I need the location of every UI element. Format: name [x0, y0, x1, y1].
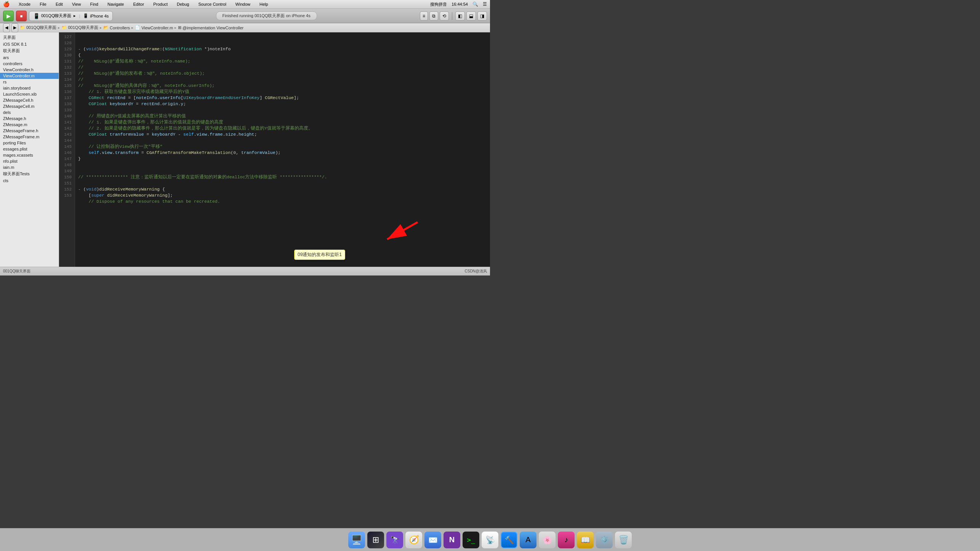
status-center: Finished running 001QQ联天界面 on iPhone 4s	[115, 11, 418, 20]
sidebar: 天界面 iOS SDK 8.1 联天界面 ars controllers Vie…	[0, 32, 59, 267]
code-content: 127 128 129 130 131 132 133 134 135 136 …	[59, 32, 490, 267]
utilities-button[interactable]: ◨	[477, 11, 487, 21]
menu-view[interactable]: View	[70, 1, 83, 7]
editor-version-button[interactable]: ⟲	[440, 11, 449, 21]
sidebar-item-zmessage-m[interactable]: ZMessage.m	[0, 122, 59, 128]
file-icon: 📄	[135, 25, 140, 30]
menu-xcode[interactable]: Xcode	[17, 1, 32, 7]
status-message: Finished running 001QQ联天界面 on iPhone 4s	[216, 11, 317, 20]
breadcrumb: ◀ ▶ 📁 001QQ聊天界面 ▸ 📁 001QQ聊天界面 ▸ 📂 Contro…	[0, 23, 490, 32]
clock: 16:44:54	[452, 2, 468, 6]
folder-icon: 📁	[20, 25, 25, 30]
breadcrumb-sep-1: ▸	[58, 26, 60, 30]
separator: |	[79, 14, 80, 18]
breadcrumb-item-4[interactable]: 📄 ViewController.m	[135, 25, 173, 30]
sidebar-item-messages-plist[interactable]: essages.plist	[0, 146, 59, 152]
sidebar-item-viewcontroller-m[interactable]: ViewController.m	[0, 73, 59, 79]
breadcrumb-item-2[interactable]: 📁 001QQ聊天界面	[61, 25, 98, 30]
menu-find[interactable]: Find	[89, 1, 100, 7]
scheme-icon: 📱	[33, 13, 40, 19]
menu-window[interactable]: Window	[234, 1, 252, 7]
run-button[interactable]: ▶	[3, 11, 14, 21]
breadcrumb-sep-2: ▸	[100, 26, 102, 30]
status-left: 001QQ聊天界面	[3, 269, 30, 274]
sidebar-item-viewcontroller-h[interactable]: ViewController.h	[0, 67, 59, 73]
navigator-button[interactable]: ◧	[455, 11, 465, 21]
sidebar-item-rs[interactable]: rs	[0, 79, 59, 85]
symbol-icon: ⊞	[178, 25, 181, 30]
sidebar-item-tests[interactable]: 聊天界面Tests	[0, 170, 59, 178]
sidebar-item-tianjiemian[interactable]: 天界面	[0, 34, 59, 41]
search-icon[interactable]: 🔍	[472, 2, 478, 7]
debug-button[interactable]: ⬓	[466, 11, 476, 21]
navigate-forward-button[interactable]: ▶	[11, 23, 18, 32]
sidebar-item-porting[interactable]: porting Files	[0, 140, 59, 146]
menu-editor[interactable]: Editor	[131, 1, 146, 7]
sidebar-item-zmessagecell-m[interactable]: ZMessageCell.m	[0, 103, 59, 109]
sidebar-item-dels[interactable]: dels	[0, 109, 59, 115]
menu-help[interactable]: Help	[258, 1, 270, 7]
sidebar-item-images-xcassets[interactable]: mages.xcassets	[0, 152, 59, 158]
group-icon: 📂	[103, 25, 109, 30]
breadcrumb-label-5: @implementation ViewController	[183, 26, 243, 30]
apple-menu[interactable]: 🍎	[3, 1, 10, 7]
menu-debug[interactable]: Debug	[175, 1, 191, 7]
sidebar-item-controllers[interactable]: controllers	[0, 61, 59, 67]
input-method-icon: 搜狗拼音	[430, 2, 447, 7]
breadcrumb-label-2: 001QQ聊天界面	[68, 25, 98, 30]
menu-navigate[interactable]: Navigate	[106, 1, 125, 7]
tooltip-text: 09通知的发布和监听1	[298, 252, 342, 257]
tooltip: 09通知的发布和监听1	[294, 250, 345, 260]
menu-source-control[interactable]: Source Control	[197, 1, 227, 7]
code-lines: - (void)keyboardWillChangeFrame:(NSNotif…	[75, 32, 490, 267]
toolbar-separator	[452, 12, 452, 20]
chevron-icon: ▸	[74, 13, 76, 18]
breadcrumb-sep-3: ▸	[131, 26, 133, 30]
sidebar-item-zmessagecell-h[interactable]: ZMessageCell.h	[0, 97, 59, 103]
toolbar: ▶ ■ 📱 001QQ聊天界面 ▸ | 📱 iPhone 4s Finished…	[0, 9, 490, 23]
sidebar-item-zmessageframe-h[interactable]: ZMessageFrame.h	[0, 128, 59, 134]
breadcrumb-label-3: Controllers	[110, 26, 130, 30]
stop-button[interactable]: ■	[16, 11, 27, 21]
sidebar-item-liantianjiemian[interactable]: 联天界面	[0, 47, 59, 54]
sidebar-item-cts[interactable]: cts	[0, 178, 59, 184]
sidebar-item-info-plist[interactable]: nfo.plist	[0, 158, 59, 164]
code-editor[interactable]: 127 128 129 130 131 132 133 134 135 136 …	[59, 32, 490, 267]
sidebar-item-zmessageframe-m[interactable]: ZMessageFrame.m	[0, 134, 59, 140]
scheme-name: 001QQ聊天界面	[41, 13, 71, 19]
csdn-label: CSDN@清风	[465, 269, 487, 274]
breadcrumb-label-1: 001QQ聊天界面	[26, 25, 56, 30]
breadcrumb-item-5[interactable]: ⊞ @implementation ViewController	[178, 25, 243, 30]
status-right: CSDN@清风	[465, 269, 487, 274]
menu-file[interactable]: File	[38, 1, 48, 7]
menu-bar: 🍎 Xcode File Edit View Find Navigate Edi…	[0, 0, 490, 9]
status-bar-bottom: 001QQ聊天界面 CSDN@清风	[0, 267, 490, 276]
breadcrumb-item-1[interactable]: 📁 001QQ聊天界面	[20, 25, 56, 30]
sidebar-item-launchscreen[interactable]: LaunchScreen.xib	[0, 91, 59, 97]
editor-standard-button[interactable]: ≡	[420, 11, 428, 21]
device-name: iPhone 4s	[90, 14, 109, 18]
folder-icon-2: 📁	[61, 25, 67, 30]
menu-extras[interactable]: ☰	[483, 2, 487, 7]
sidebar-item-main-storyboard[interactable]: iain.storyboard	[0, 85, 59, 91]
breadcrumb-sep-4: ▸	[175, 26, 176, 30]
line-numbers: 127 128 129 130 131 132 133 134 135 136 …	[59, 32, 75, 267]
device-icon: 📱	[83, 13, 88, 18]
menu-edit[interactable]: Edit	[54, 1, 64, 7]
scheme-selector[interactable]: 📱 001QQ聊天界面 ▸ | 📱 iPhone 4s	[29, 11, 113, 21]
sidebar-item-main-m[interactable]: iain.m	[0, 164, 59, 170]
menu-product[interactable]: Product	[152, 1, 169, 7]
navigate-back-button[interactable]: ◀	[3, 23, 10, 32]
toolbar-right: ≡ ⧉ ⟲ ◧ ⬓ ◨	[420, 11, 487, 21]
sidebar-item-zmessage-h[interactable]: ZMessage.h	[0, 115, 59, 122]
breadcrumb-item-3[interactable]: 📂 Controllers	[103, 25, 130, 30]
sidebar-item-ios-sdk[interactable]: iOS SDK 8.1	[0, 41, 59, 47]
sidebar-item-ars[interactable]: ars	[0, 54, 59, 61]
editor-assistant-button[interactable]: ⧉	[429, 11, 438, 21]
breadcrumb-label-4: ViewController.m	[141, 26, 173, 30]
main-area: 天界面 iOS SDK 8.1 联天界面 ars controllers Vie…	[0, 32, 490, 267]
